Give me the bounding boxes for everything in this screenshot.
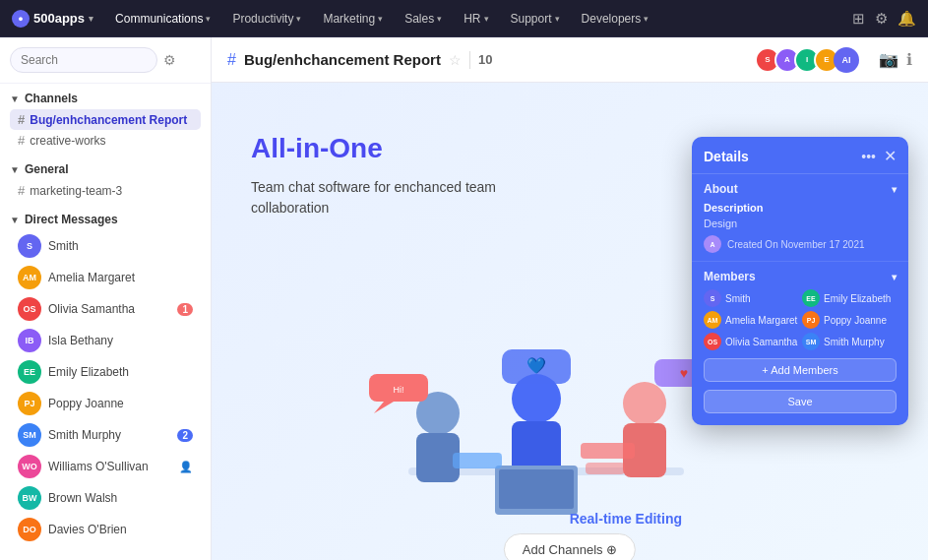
unread-badge: 1 xyxy=(177,303,193,316)
channel-header: # Bug/enhchancement Report ☆ 10 S A I E … xyxy=(212,37,928,83)
dm-item-amelia[interactable]: AM Amelia Margaret xyxy=(10,262,201,293)
avatar: AM xyxy=(18,266,41,289)
top-navigation: ● 500apps ▾ Communications ▾ Productivit… xyxy=(0,0,928,37)
ai-button[interactable]: AI xyxy=(834,47,859,73)
promo-area: All-in-One Team chat software for enchan… xyxy=(212,83,928,560)
member-avatar: SM xyxy=(802,333,820,350)
search-input[interactable] xyxy=(10,47,157,73)
svg-point-6 xyxy=(623,382,666,425)
nav-item-hr[interactable]: HR ▾ xyxy=(456,8,496,30)
more-options-icon[interactable]: ••• xyxy=(861,149,876,164)
svg-text:💙: 💙 xyxy=(526,356,546,375)
hash-icon: # xyxy=(18,112,25,127)
created-date: Created On November 17 2021 xyxy=(727,239,865,250)
channel-item-marketing-team[interactable]: # marketing-team-3 xyxy=(10,180,201,201)
about-section: About ▾ Description Design A Created On … xyxy=(692,174,908,262)
channels-section-header[interactable]: ▼ Channels xyxy=(10,92,201,105)
grid-icon[interactable]: ⊞ xyxy=(852,10,865,28)
nav-item-support[interactable]: Support ▾ xyxy=(503,8,568,30)
dm-item-emily[interactable]: EE Emily Elizabeth xyxy=(10,356,201,388)
external-user-icon: 👤 xyxy=(179,461,193,473)
dm-item-smith[interactable]: S Smith xyxy=(10,230,201,262)
nav-item-marketing[interactable]: Marketing ▾ xyxy=(315,8,391,30)
dm-item-davies[interactable]: DO Davies O'Brien xyxy=(10,514,201,545)
support-chevron-icon: ▾ xyxy=(555,14,560,24)
sales-chevron-icon: ▾ xyxy=(437,14,442,24)
channel-item-creative-works[interactable]: # creative-works xyxy=(10,130,201,151)
member-avatar: PJ xyxy=(802,311,820,329)
member-avatar: AM xyxy=(704,311,721,329)
hash-icon: # xyxy=(18,133,25,148)
nav-item-communications[interactable]: Communications ▾ xyxy=(107,8,218,30)
members-section-title[interactable]: Members ▾ xyxy=(704,270,897,283)
creator-avatar: A xyxy=(704,235,721,253)
member-item-emily: EE Emily Elizabeth xyxy=(802,289,897,307)
marketing-chevron-icon: ▾ xyxy=(378,14,383,24)
bell-icon[interactable]: 🔔 xyxy=(897,10,916,28)
dm-item-smith-murphy[interactable]: SM Smith Murphy 2 xyxy=(10,419,201,451)
created-row: A Created On November 17 2021 xyxy=(704,235,897,253)
sidebar-settings-icon[interactable]: ⚙ xyxy=(163,52,176,68)
app-chevron-icon: ▾ xyxy=(89,14,93,24)
hr-chevron-icon: ▾ xyxy=(484,14,489,24)
nav-item-productivity[interactable]: Productivity ▾ xyxy=(224,8,309,30)
developers-chevron-icon: ▾ xyxy=(644,14,649,24)
content-area: # Bug/enhchancement Report ☆ 10 S A I E … xyxy=(212,37,928,560)
promo-subtitle: Team chat software for enchanced team co… xyxy=(251,177,546,218)
dm-section-header[interactable]: ▼ Direct Messages xyxy=(10,213,201,226)
members-grid: S Smith EE Emily Elizabeth AM Amelia Mar… xyxy=(704,289,897,350)
general-toggle-icon: ▼ xyxy=(10,164,20,175)
productivity-chevron-icon: ▾ xyxy=(296,14,301,24)
member-avatar: S xyxy=(704,289,721,307)
dm-item-williams[interactable]: WO Williams O'Sullivan 👤 xyxy=(10,451,201,482)
member-item-smith-murphy: SM Smith Murphy xyxy=(802,333,897,350)
star-icon[interactable]: ☆ xyxy=(449,52,462,68)
channel-item-bug-report[interactable]: # Bug/enhchancement Report xyxy=(10,109,201,130)
add-channels-button[interactable]: Add Channels ⊕ xyxy=(504,533,636,560)
avatar: S xyxy=(18,234,41,258)
video-icon[interactable]: 📷 xyxy=(879,50,898,69)
svg-rect-18 xyxy=(586,463,625,474)
general-section-header[interactable]: ▼ General xyxy=(10,162,201,176)
app-name: 500apps xyxy=(33,11,85,26)
nav-item-sales[interactable]: Sales ▾ xyxy=(397,8,450,30)
dm-item-olivia[interactable]: OS Olivia Samantha 1 xyxy=(10,293,201,325)
details-panel: Details ••• ✕ About ▾ Description Design xyxy=(692,137,908,425)
members-chevron-icon: ▾ xyxy=(892,272,897,282)
add-members-button[interactable]: + Add Members xyxy=(704,358,897,382)
svg-rect-16 xyxy=(453,453,502,468)
promo-title: All-in-One xyxy=(251,132,546,165)
info-icon[interactable]: ℹ xyxy=(906,50,912,69)
header-avatars: S A I E AI xyxy=(761,47,859,73)
member-item-poppy: PJ Poppy Joanne xyxy=(802,311,897,329)
details-panel-header: Details ••• ✕ xyxy=(692,137,908,174)
svg-marker-5 xyxy=(374,402,394,413)
about-section-title[interactable]: About ▾ xyxy=(704,182,897,196)
app-logo[interactable]: ● 500apps ▾ xyxy=(12,10,93,28)
general-section: ▼ General # marketing-team-3 xyxy=(0,155,211,205)
sidebar: ⚙ ▼ Channels # Bug/enhchancement Report … xyxy=(0,37,212,560)
channels-toggle-icon: ▼ xyxy=(10,93,20,104)
communications-chevron-icon: ▾ xyxy=(206,14,211,24)
avatar: IB xyxy=(18,329,41,352)
nav-item-developers[interactable]: Developers ▾ xyxy=(574,8,657,30)
logo-icon: ● xyxy=(12,10,30,28)
dm-item-poppy[interactable]: PJ Poppy Joanne xyxy=(10,388,201,419)
details-header-actions: ••• ✕ xyxy=(861,147,897,165)
dm-item-brown[interactable]: BW Brown Walsh xyxy=(10,482,201,514)
hash-icon: # xyxy=(18,183,25,198)
close-icon[interactable]: ✕ xyxy=(884,147,897,165)
details-title: Details xyxy=(704,149,749,164)
channel-hash-icon: # xyxy=(227,51,236,69)
divider xyxy=(469,51,470,69)
settings-icon[interactable]: ⚙ xyxy=(875,10,888,28)
dm-item-isla[interactable]: IB Isla Bethany xyxy=(10,325,201,356)
avatar: BW xyxy=(18,486,41,510)
member-item-olivia: OS Olivia Samantha xyxy=(704,333,798,350)
save-button[interactable]: Save xyxy=(704,390,897,413)
avatar: WO xyxy=(18,455,41,478)
sidebar-search-area: ⚙ xyxy=(0,37,211,84)
avatar: EE xyxy=(18,360,41,384)
svg-text:♥: ♥ xyxy=(680,365,688,381)
unread-badge: 2 xyxy=(177,429,193,442)
